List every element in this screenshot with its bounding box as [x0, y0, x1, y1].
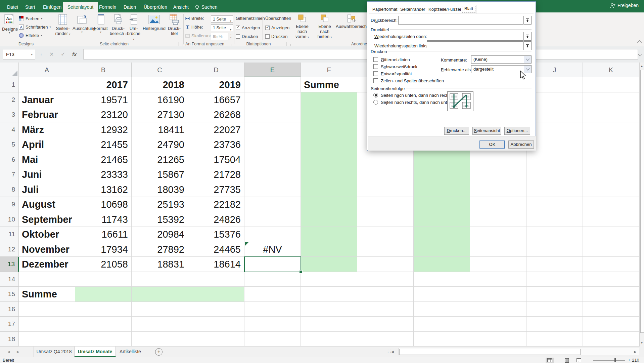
cell-C18[interactable] [132, 332, 188, 347]
cell-F12[interactable] [301, 242, 357, 257]
cell-B6[interactable]: 21465 [75, 152, 132, 167]
cell-A13[interactable]: Dezember [19, 257, 75, 272]
zeilen-spalten-checkbox[interactable] [373, 78, 378, 83]
cell-K9[interactable] [583, 197, 639, 212]
cell-K13[interactable] [583, 257, 639, 272]
cell-E8[interactable] [244, 182, 301, 197]
cell-D10[interactable]: 24826 [188, 212, 244, 227]
cell-J14[interactable] [526, 272, 583, 287]
row-header-16[interactable]: 16 [0, 302, 19, 317]
cell-C6[interactable]: 21265 [132, 152, 188, 167]
cell-B1[interactable]: 2017 [75, 77, 132, 92]
an-format-dialog-launcher[interactable] [227, 42, 231, 46]
cell-K6[interactable] [583, 152, 639, 167]
skalierung-spinner[interactable]: 95 % [211, 33, 228, 40]
seiten-nach-unten-radio[interactable] [373, 93, 378, 97]
vertical-scrollbar[interactable]: ▲ ▼ [639, 63, 644, 347]
cell-K11[interactable] [583, 227, 639, 242]
cell-A5[interactable]: April [19, 137, 75, 152]
cell-F17[interactable] [301, 317, 357, 332]
cell-K2[interactable] [583, 92, 639, 108]
cell-C3[interactable]: 27130 [132, 107, 188, 122]
ribbon-tab-daten[interactable]: Daten [119, 2, 140, 12]
umbrueche-button[interactable]: Um- brüche ▾ [127, 14, 140, 41]
gitter-anzeigen-checkbox[interactable]: Anzeigen [236, 25, 260, 30]
seiten-nach-rechts-radio[interactable] [373, 100, 378, 105]
cell-H7[interactable] [414, 167, 470, 182]
row-header-10[interactable]: 10 [0, 212, 19, 227]
cell-F18[interactable] [301, 332, 357, 347]
row-header-8[interactable]: 8 [0, 182, 19, 197]
wiederholungsspalten-collapse-icon[interactable] [523, 41, 532, 50]
cell-G11[interactable] [357, 227, 414, 242]
select-all-corner[interactable] [0, 63, 19, 77]
cancel-button[interactable]: Abbrechen [508, 140, 534, 149]
farben-button[interactable]: Farben▾ [19, 16, 42, 21]
sheet-nav-next-icon[interactable]: ▶ [17, 347, 19, 357]
ebene-nach-hinten-button[interactable]: Ebene nach hinten ▾ [315, 14, 334, 39]
cell-D9[interactable]: 22182 [188, 197, 244, 212]
auswahlbereich-button[interactable]: Auswahlbereich [336, 14, 367, 29]
row-header-13[interactable]: 13 [0, 257, 19, 272]
confirm-entry-icon[interactable]: ✓ [61, 49, 65, 59]
cell-I15[interactable] [470, 287, 526, 302]
cell-J6[interactable] [526, 152, 583, 167]
sheet-tab-umsatz-q4-2018[interactable]: Umsatz Q4 2018 [34, 347, 75, 357]
cell-A10[interactable]: September [19, 212, 75, 227]
col-header-B[interactable]: B [75, 63, 132, 77]
ausrichtung-button[interactable]: Ausrichtung ▾ [73, 14, 91, 34]
cell-B8[interactable]: 13162 [75, 182, 132, 197]
drucken-button[interactable]: Drucken... [444, 127, 469, 135]
cell-G12[interactable] [357, 242, 414, 257]
skalierung-spin-arrows[interactable]: ▴▾ [229, 33, 233, 40]
cell-F15[interactable] [301, 287, 357, 302]
schwarzweissdruck-checkbox[interactable] [373, 64, 378, 69]
cell-B15[interactable] [75, 287, 132, 302]
cell-J9[interactable] [526, 197, 583, 212]
cell-B16[interactable] [75, 302, 132, 317]
cell-E1[interactable] [244, 77, 301, 92]
cell-C13[interactable]: 18831 [132, 257, 188, 272]
cell-C17[interactable] [132, 317, 188, 332]
collapse-ribbon-icon[interactable] [637, 40, 642, 45]
ribbon-tab-start[interactable]: Start [21, 2, 40, 12]
ueberschriften-anzeigen-checkbox[interactable]: Anzeigen [265, 25, 289, 30]
cell-F10[interactable] [301, 212, 357, 227]
cell-J12[interactable] [526, 242, 583, 257]
cell-K8[interactable] [583, 182, 639, 197]
cell-J10[interactable] [526, 212, 583, 227]
cell-F4[interactable] [301, 122, 357, 137]
cell-G15[interactable] [357, 287, 414, 302]
cell-F13[interactable] [301, 257, 357, 272]
cell-D13[interactable]: 18614 [188, 257, 244, 272]
row-header-12[interactable]: 12 [0, 242, 19, 257]
cell-K5[interactable] [583, 137, 639, 152]
cell-D3[interactable]: 26268 [188, 107, 244, 122]
blattoptionen-dialog-launcher[interactable] [286, 42, 290, 46]
cell-D1[interactable]: 2019 [188, 77, 244, 92]
druckbereich-input[interactable] [398, 16, 523, 25]
hscroll-right-icon[interactable]: ▶ [634, 347, 637, 357]
cell-H12[interactable] [414, 242, 470, 257]
cell-I16[interactable] [470, 302, 526, 317]
dialog-tab-blatt[interactable]: Blatt [461, 5, 476, 14]
cell-A3[interactable]: Februar [19, 107, 75, 122]
cell-G7[interactable] [357, 167, 414, 182]
entwurfsqualitaet-checkbox[interactable] [373, 71, 378, 76]
cell-B7[interactable]: 23333 [75, 167, 132, 182]
cell-I6[interactable] [470, 152, 526, 167]
cell-F14[interactable] [301, 272, 357, 287]
tell-me-search[interactable]: Suchen [190, 2, 222, 12]
cell-G10[interactable] [357, 212, 414, 227]
cell-H11[interactable] [414, 227, 470, 242]
cell-A11[interactable]: Oktober [19, 227, 75, 242]
cell-D12[interactable]: 24465 [188, 242, 244, 257]
cell-F3[interactable] [301, 107, 357, 122]
share-button[interactable]: Freigeben [610, 3, 639, 8]
cell-H15[interactable] [414, 287, 470, 302]
ribbon-tab-formeln[interactable]: Formeln [95, 2, 121, 12]
row-header-14[interactable]: 14 [0, 272, 19, 287]
cell-B17[interactable] [75, 317, 132, 332]
wiederholungsspalten-input[interactable] [427, 41, 523, 50]
cell-J15[interactable] [526, 287, 583, 302]
